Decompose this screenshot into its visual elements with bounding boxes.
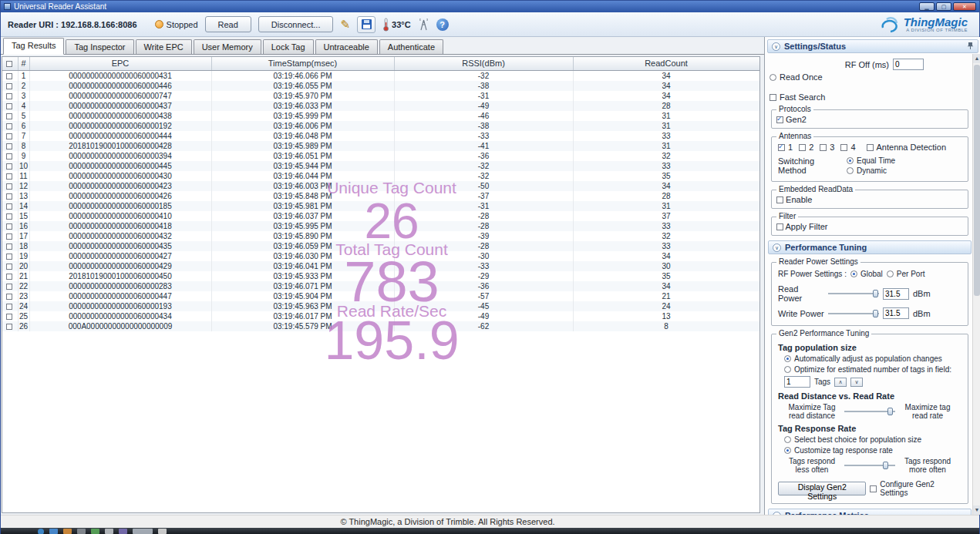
equal-time-option[interactable]: Equal Time	[847, 156, 895, 165]
apply-filter-checkbox[interactable]	[776, 223, 783, 230]
pin-icon[interactable]	[966, 42, 974, 52]
table-row[interactable]: 500000000000000006000043803:19:45.999 PM…	[2, 111, 759, 121]
per-port-radio[interactable]	[887, 270, 894, 277]
tab-lock-tag[interactable]: Lock Tag	[263, 39, 314, 54]
table-row[interactable]: 2500000000000000006000043403:19:46.017 P…	[2, 311, 759, 321]
table-row[interactable]: 100000000000000006000043103:19:46.066 PM…	[2, 70, 759, 81]
taskbar-app-icon-3[interactable]	[77, 529, 86, 534]
configure-gen2-checkbox[interactable]	[870, 485, 877, 492]
row-checkbox[interactable]	[6, 254, 12, 260]
table-row[interactable]: 1900000000000000006000042703:19:46.030 P…	[2, 251, 759, 261]
antenna-3-checkbox[interactable]	[820, 144, 827, 151]
scrollbar-thumb[interactable]	[974, 65, 980, 296]
customize-response-option[interactable]: Customize tag response rate	[784, 446, 893, 455]
row-checkbox[interactable]	[6, 173, 12, 180]
row-checkbox[interactable]	[6, 294, 12, 300]
read-once-radio[interactable]	[770, 74, 776, 81]
enable-readdata-option[interactable]: Enable	[776, 195, 812, 204]
tags-increment-button[interactable]: ∧	[834, 378, 847, 387]
display-gen2-settings-button[interactable]: Display Gen2 Settings	[778, 482, 866, 495]
auto-adjust-option[interactable]: Automatically adjust as population chang…	[784, 354, 942, 363]
taskbar-app-icon-2[interactable]	[63, 529, 72, 534]
global-radio[interactable]	[850, 270, 857, 277]
antenna-port-1[interactable]: 1	[778, 143, 793, 152]
response-rate-slider-thumb[interactable]	[883, 462, 888, 469]
gen2-checkbox[interactable]	[776, 116, 783, 123]
table-row[interactable]: 1600000000000000006000041803:19:45.995 P…	[2, 221, 759, 231]
tab-user-memory[interactable]: User Memory	[194, 39, 261, 54]
table-row[interactable]: 700000000000000006000044403:19:46.048 PM…	[2, 131, 759, 141]
gen2-protocol-option[interactable]: Gen2	[776, 115, 807, 124]
rf-off-input[interactable]	[893, 59, 924, 70]
antenna-port-4[interactable]: 4	[840, 143, 855, 152]
row-checkbox[interactable]	[6, 73, 12, 79]
column-header-timestamp[interactable]: TimeStamp(msec)	[211, 57, 394, 70]
table-row[interactable]: 1700000000000000006000043203:19:45.890 P…	[2, 231, 759, 241]
chevron-down-icon[interactable]: ∨	[773, 243, 781, 252]
minimize-button[interactable]: ▁	[919, 2, 935, 11]
row-checkbox[interactable]	[6, 133, 12, 139]
taskbar-window-button[interactable]	[133, 529, 153, 534]
performance-metrics-header[interactable]: ∨ Performance Metrics	[768, 509, 972, 515]
antenna-detection-checkbox[interactable]	[867, 144, 874, 151]
save-button[interactable]	[357, 16, 375, 33]
table-row[interactable]: 2300000000000000006000044703:19:45.904 P…	[2, 291, 759, 301]
read-power-slider-thumb[interactable]	[873, 290, 878, 297]
distance-rate-slider-thumb[interactable]	[887, 408, 893, 415]
dynamic-radio[interactable]	[847, 167, 854, 174]
read-power-input[interactable]	[883, 288, 909, 300]
tab-write-epc[interactable]: Write EPC	[136, 39, 192, 54]
configure-gen2-option[interactable]: Configure Gen2 Settings	[870, 480, 961, 497]
help-icon[interactable]: ?	[436, 18, 449, 31]
customize-response-radio[interactable]	[784, 447, 791, 454]
settings-scrollbar[interactable]: ▲ ▼	[972, 54, 980, 515]
read-button[interactable]: Read	[205, 16, 251, 32]
row-checkbox[interactable]	[6, 113, 12, 119]
table-row[interactable]: 820181019000100006000042803:19:45.989 PM…	[2, 141, 759, 151]
tab-authenticate[interactable]: Authenticate	[379, 39, 443, 54]
row-checkbox[interactable]	[6, 264, 12, 270]
row-checkbox[interactable]	[6, 83, 12, 89]
table-row[interactable]: 300000000000000006000074703:19:45.970 PM…	[2, 91, 759, 101]
table-row[interactable]: 2000000000000000006000042903:19:46.041 P…	[2, 261, 759, 271]
tab-untraceable[interactable]: Untraceable	[315, 39, 378, 54]
distance-rate-slider[interactable]	[844, 407, 895, 416]
scroll-down-arrow-icon[interactable]: ▼	[973, 505, 980, 515]
table-row[interactable]: 1800000000000000006000043503:19:46.059 P…	[2, 241, 759, 251]
equal-time-radio[interactable]	[847, 157, 854, 164]
table-row[interactable]: 1300000000000000006000042603:19:45.848 P…	[2, 191, 759, 201]
response-rate-slider[interactable]	[844, 461, 895, 470]
tab-tag-inspector[interactable]: Tag Inspector	[66, 39, 133, 54]
table-row[interactable]: 1000000000000000006000044503:19:45.944 P…	[2, 161, 759, 171]
row-checkbox[interactable]	[6, 203, 12, 210]
tags-count-input[interactable]	[784, 376, 810, 388]
row-checkbox[interactable]	[6, 143, 12, 149]
maximize-button[interactable]: ▢	[936, 2, 951, 11]
antenna-port-2[interactable]: 2	[799, 143, 813, 152]
table-row[interactable]: 900000000000000006000039403:19:46.051 PM…	[2, 151, 759, 161]
antenna-1-checkbox[interactable]	[778, 144, 785, 151]
table-row[interactable]: 200000000000000006000044603:19:46.055 PM…	[2, 81, 759, 91]
optimize-radio[interactable]	[784, 366, 791, 373]
row-checkbox[interactable]	[6, 314, 12, 320]
select-all-checkbox[interactable]	[6, 61, 12, 67]
best-choice-option[interactable]: Select best choice for population size	[784, 435, 921, 444]
fast-search-checkbox[interactable]	[770, 94, 776, 101]
apply-filter-option[interactable]: Apply Filter	[776, 222, 827, 231]
table-row[interactable]: 600000000000000006000019203:19:46.006 PM…	[2, 121, 759, 131]
enable-readdata-checkbox[interactable]	[776, 196, 783, 203]
row-checkbox[interactable]	[6, 193, 12, 200]
chevron-down-icon[interactable]: ∨	[772, 42, 780, 51]
column-header-readcount[interactable]: ReadCount	[573, 57, 759, 70]
firmware-edit-icon[interactable]: ✎	[340, 18, 350, 32]
table-row[interactable]: 26000A0000000000000000000903:19:45.579 P…	[2, 321, 759, 331]
tab-tag-results[interactable]: Tag Results	[3, 38, 64, 55]
column-header-number[interactable]: #	[18, 57, 29, 70]
row-checkbox[interactable]	[6, 93, 12, 99]
antenna-2-checkbox[interactable]	[799, 144, 806, 151]
table-row[interactable]: 2400000000000000006000019303:19:45.963 P…	[2, 301, 759, 311]
table-row[interactable]: 1100000000000000006000043003:19:46.044 P…	[2, 171, 759, 181]
antenna-4-checkbox[interactable]	[840, 144, 847, 151]
row-checkbox[interactable]	[6, 183, 12, 190]
per-port-option[interactable]: Per Port	[887, 270, 925, 278]
